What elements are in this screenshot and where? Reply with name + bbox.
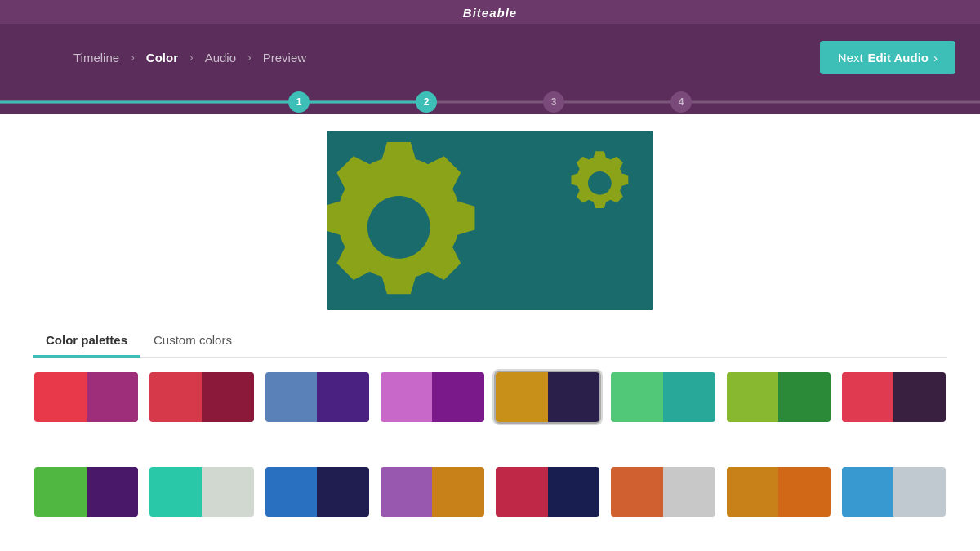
palette-item-11[interactable] [264,465,371,518]
color-swatch [432,467,484,517]
progress-line-active [0,101,421,104]
next-edit-audio-button[interactable]: Next Edit Audio › [820,41,956,74]
color-swatch [611,467,663,517]
palette-item-9[interactable] [33,465,140,518]
color-swatch [663,372,715,422]
color-swatch [893,372,946,422]
color-swatch [265,372,318,422]
color-swatch [842,372,894,422]
palette-item-8[interactable] [840,371,947,424]
palette-item-1[interactable] [33,371,140,424]
gear-large-icon [327,131,498,310]
step-dot-2[interactable]: 2 [416,91,437,113]
color-swatch [149,467,202,517]
step-dot-4[interactable]: 4 [670,91,692,113]
palette-item-2[interactable] [148,371,255,424]
tab-color-palettes[interactable]: Color palettes [33,325,140,358]
edit-audio-label: Edit Audio [868,51,929,64]
nav-steps: Timeline › Color › Audio › Preview [74,51,306,64]
color-swatch [34,467,87,517]
navbar: Timeline › Color › Audio › Preview Next … [0,24,980,90]
palette-grid [0,358,980,551]
color-swatch [34,372,87,422]
tab-custom-colors[interactable]: Custom colors [140,325,245,358]
color-swatch [611,372,663,422]
color-swatch [727,467,779,517]
palette-item-14[interactable] [609,465,716,518]
color-swatch [381,467,433,517]
color-swatch [87,372,139,422]
progress-bar: 1 2 3 4 [0,90,980,114]
color-swatch [727,372,779,422]
color-swatch [893,467,946,517]
color-swatch [202,467,254,517]
color-swatch [202,372,254,422]
nav-step-timeline[interactable]: Timeline [74,51,119,64]
arrow-icon: › [933,51,938,64]
color-swatch [663,467,715,517]
chevron-icon-1: › [131,51,135,64]
palette-item-15[interactable] [725,465,832,518]
palette-item-4[interactable] [379,371,486,424]
palette-item-10[interactable] [148,465,255,518]
tabs: Color palettes Custom colors [33,325,947,358]
color-swatch [496,467,548,517]
palette-item-7[interactable] [725,371,832,424]
main-content: Color palettes Custom colors [0,114,980,551]
tabs-area: Color palettes Custom colors [0,325,980,358]
color-swatch [265,467,318,517]
nav-step-color[interactable]: Color [146,51,178,64]
color-swatch [778,372,831,422]
palette-item-16[interactable] [840,465,947,518]
step-dot-3[interactable]: 3 [543,91,564,113]
color-swatch [317,372,369,422]
app-logo: Biteable [463,6,517,20]
step-dot-1[interactable]: 1 [288,91,310,113]
video-preview [327,131,653,310]
color-swatch [149,372,202,422]
palette-item-5[interactable] [494,371,601,424]
color-swatch [548,467,600,517]
nav-step-audio[interactable]: Audio [205,51,236,64]
palette-item-6[interactable] [609,371,716,424]
topbar: Biteable [0,0,980,24]
color-swatch [381,372,433,422]
gear-small-icon [564,147,637,220]
color-swatch [778,467,831,517]
color-swatch [842,467,894,517]
palette-item-3[interactable] [264,371,371,424]
chevron-icon-3: › [247,51,252,64]
color-swatch [87,467,139,517]
color-swatch [548,372,600,422]
color-swatch [496,372,548,422]
nav-step-preview[interactable]: Preview [263,51,306,64]
color-swatch [432,372,484,422]
palette-item-13[interactable] [494,465,601,518]
palette-item-12[interactable] [379,465,486,518]
chevron-icon-2: › [189,51,194,64]
next-label: Next [838,51,863,64]
color-swatch [317,467,369,517]
